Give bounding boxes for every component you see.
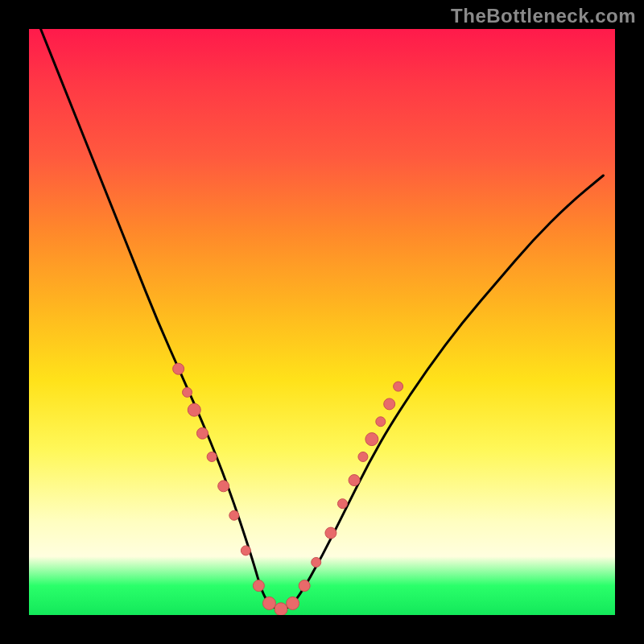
curve-marker xyxy=(358,452,368,461)
curve-marker xyxy=(376,417,386,427)
curve-marker xyxy=(229,510,239,520)
plot-area xyxy=(29,29,615,615)
curve-marker xyxy=(337,499,347,509)
curve-marker xyxy=(218,481,229,492)
watermark-text: TheBottleneck.com xyxy=(451,5,636,27)
chart-frame: TheBottleneck.com xyxy=(0,0,644,644)
curve-marker xyxy=(287,597,299,609)
curve-marker xyxy=(188,403,200,416)
curve-marker xyxy=(275,603,287,615)
curve-marker xyxy=(196,427,208,439)
curve-marker xyxy=(325,527,336,539)
curve-marker xyxy=(349,475,360,486)
bottleneck-curve xyxy=(41,29,604,609)
curve-marker xyxy=(253,580,264,592)
curve-marker xyxy=(262,597,275,609)
curve-marker xyxy=(394,382,403,391)
curve-marker xyxy=(312,557,321,567)
curve-marker xyxy=(299,580,310,592)
marker-layer xyxy=(173,363,403,615)
chart-svg xyxy=(29,29,615,615)
curve-marker xyxy=(183,387,192,397)
curve-marker xyxy=(365,433,378,446)
curve-layer xyxy=(41,29,604,609)
curve-marker xyxy=(173,363,184,374)
curve-marker xyxy=(384,398,395,410)
curve-marker xyxy=(241,546,250,555)
curve-marker xyxy=(207,452,217,461)
